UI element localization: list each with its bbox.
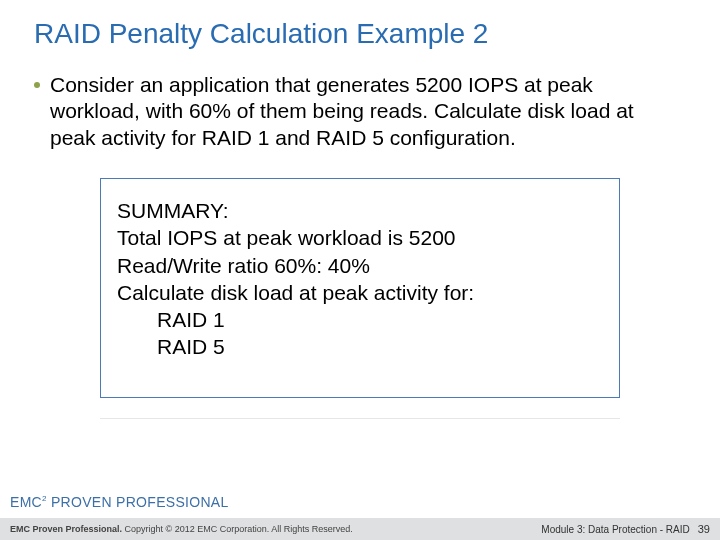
copyright-rest: Copyright © 2012 EMC Corporation. All Ri… bbox=[122, 524, 353, 534]
summary-line: Total IOPS at peak workload is 5200 bbox=[117, 224, 603, 251]
footer-bar: EMC Proven Professional. Copyright © 201… bbox=[0, 518, 720, 540]
summary-line: Read/Write ratio 60%: 40% bbox=[117, 252, 603, 279]
module-label: Module 3: Data Protection - RAID bbox=[541, 524, 689, 535]
summary-line: Calculate disk load at peak activity for… bbox=[117, 279, 603, 306]
bullet-text: Consider an application that generates 5… bbox=[50, 72, 684, 151]
copyright: EMC Proven Professional. Copyright © 201… bbox=[10, 524, 353, 534]
footer-right: Module 3: Data Protection - RAID 39 bbox=[541, 523, 710, 535]
summary-heading: SUMMARY: bbox=[117, 197, 603, 224]
summary-indent-line: RAID 5 bbox=[117, 333, 603, 360]
brand-suffix: PROVEN PROFESSIONAL bbox=[47, 494, 229, 510]
bullet-dot-icon bbox=[34, 82, 40, 88]
copyright-bold: EMC Proven Professional. bbox=[10, 524, 122, 534]
brand-logo-text: EMC2 PROVEN PROFESSIONAL bbox=[10, 494, 229, 510]
divider bbox=[100, 418, 620, 419]
footer-brand-bar: EMC2 PROVEN PROFESSIONAL bbox=[0, 486, 720, 518]
brand-prefix: EMC bbox=[10, 494, 42, 510]
slide-title: RAID Penalty Calculation Example 2 bbox=[34, 18, 488, 50]
bullet-item: Consider an application that generates 5… bbox=[34, 72, 684, 151]
slide: RAID Penalty Calculation Example 2 Consi… bbox=[0, 0, 720, 540]
page-number: 39 bbox=[698, 523, 710, 535]
summary-box: SUMMARY: Total IOPS at peak workload is … bbox=[100, 178, 620, 398]
summary-indent-line: RAID 1 bbox=[117, 306, 603, 333]
